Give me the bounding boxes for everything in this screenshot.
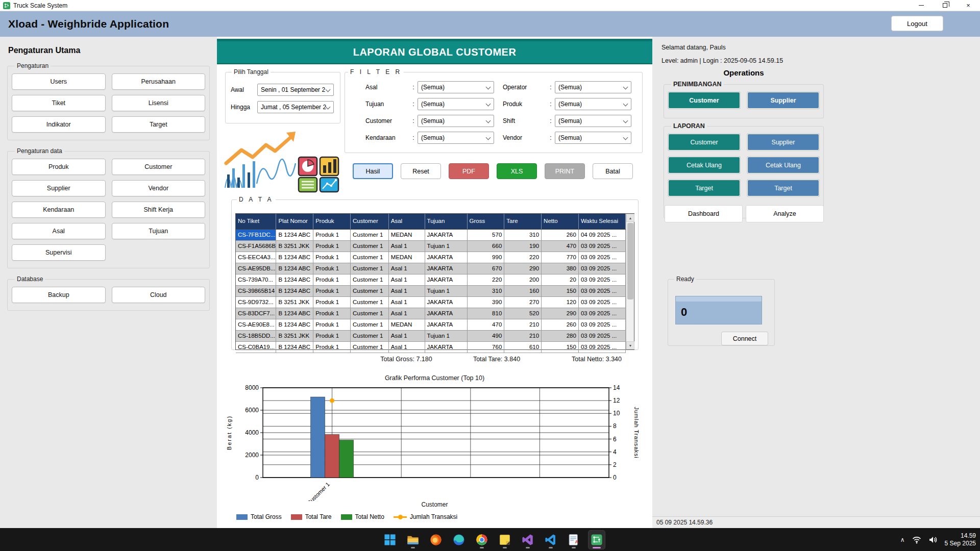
table-cell[interactable]: Customer 1 [350,319,388,330]
table-cell[interactable]: Produk 1 [313,330,351,341]
table-cell[interactable]: 03 09 2025 ... [578,252,625,263]
logout-button[interactable]: Logout [891,16,943,31]
column-header-tare[interactable]: Tare [504,214,542,229]
sidebar-item-kendaraan[interactable]: Kendaraan [12,202,106,218]
table-cell[interactable]: CS-9D9732... [236,296,276,308]
table-row[interactable]: CS-83DCF7...B 1234 ABCProduk 1Customer 1… [236,308,626,319]
edge-icon[interactable] [451,531,467,549]
table-cell[interactable]: 520 [504,308,542,319]
table-cell[interactable]: Asal 1 [388,308,425,319]
table-cell[interactable]: MEDAN [388,319,425,330]
table-cell[interactable]: JAKARTA [425,319,467,330]
filter-select-shift[interactable]: (Semua) [555,115,631,127]
tray-chevron-up-icon[interactable]: ∧ [900,536,905,543]
minimize-button[interactable] [910,0,933,11]
table-cell[interactable]: 270 [504,296,542,308]
table-cell[interactable]: 150 [542,285,579,296]
filter-select-asal[interactable]: (Semua) [418,81,494,93]
volume-icon[interactable] [928,536,938,544]
table-cell[interactable]: 380 [542,263,579,274]
table-cell[interactable]: CS-EEC4A3... [236,252,276,263]
batal-button[interactable]: Batal [593,163,633,179]
table-cell[interactable]: CS-F1A5686B [236,240,276,252]
table-cell[interactable]: 03 09 2025 ... [578,319,625,330]
table-cell[interactable]: 03 09 2025 ... [578,341,625,353]
table-cell[interactable]: MEDAN [388,229,425,240]
table-cell[interactable]: 04 09 2025 ... [578,229,625,240]
column-header-plat-nomor[interactable]: Plat Nomor [276,214,313,229]
table-cell[interactable]: 280 [542,330,579,341]
table-cell[interactable]: Produk 1 [313,319,351,330]
table-cell[interactable]: 570 [467,229,504,240]
table-cell[interactable]: JAKARTA [425,252,467,263]
table-cell[interactable]: 290 [542,308,579,319]
table-cell[interactable]: B 1234 ABC [276,229,313,240]
column-header-produk[interactable]: Produk [313,214,351,229]
table-cell[interactable]: B 3251 JKK [276,240,313,252]
table-cell[interactable]: 490 [467,330,504,341]
sidebar-item-cloud[interactable]: Cloud [112,287,206,303]
close-button[interactable]: × [957,0,980,11]
table-cell[interactable]: B 1234 ABC [276,252,313,263]
customer-teal-button[interactable]: Customer [668,134,740,151]
table-cell[interactable]: Customer 1 [350,330,388,341]
sidebar-item-supervisi[interactable]: Supervisi [12,244,106,261]
chrome-icon[interactable] [474,531,490,549]
table-cell[interactable]: Customer 1 [350,240,388,252]
column-header-netto[interactable]: Netto [542,214,579,229]
table-cell[interactable]: Produk 1 [313,274,351,285]
target-teal-button[interactable]: Target [668,180,740,196]
table-cell[interactable]: 220 [504,252,542,263]
table-cell[interactable]: Produk 1 [313,285,351,296]
table-cell[interactable]: Asal 1 [388,274,425,285]
scrollbar-thumb[interactable] [627,223,633,299]
file-explorer-icon[interactable] [405,531,421,549]
xls-button[interactable]: XLS [497,163,537,179]
sidebar-item-perusahaan[interactable]: Perusahaan [112,73,206,90]
date-picker-awal[interactable]: Senin , 01 September 2 [257,84,334,96]
table-cell[interactable]: B 3251 JKK [276,330,313,341]
cetak-ulang-blue-button[interactable]: Cetak Ulang [747,157,819,173]
table-cell[interactable]: 810 [467,308,504,319]
firefox-icon[interactable] [428,531,444,549]
target-blue-button[interactable]: Target [747,180,819,196]
dashboard-button[interactable]: Dashboard [665,205,743,222]
sidebar-item-tiket[interactable]: Tiket [12,95,106,111]
table-cell[interactable]: CS-18B5DD... [236,330,276,341]
visual-studio-icon[interactable] [520,531,536,549]
table-row[interactable]: CS-AE95DB...B 1234 ABCProduk 1Customer 1… [236,263,626,274]
table-cell[interactable]: Tujuan 1 [425,330,467,341]
sidebar-item-indikator[interactable]: Indikator [12,116,106,133]
table-cell[interactable]: 290 [504,263,542,274]
wifi-icon[interactable] [912,536,921,544]
table-cell[interactable]: B 1234 ABC [276,274,313,285]
table-cell[interactable]: 150 [542,341,579,353]
table-cell[interactable]: 03 09 2025 ... [578,308,625,319]
sidebar-item-tujuan[interactable]: Tujuan [112,223,206,239]
table-cell[interactable]: Asal 1 [388,285,425,296]
table-cell[interactable]: Produk 1 [313,240,351,252]
table-cell[interactable]: Asal 1 [388,341,425,353]
table-cell[interactable]: Customer 1 [350,296,388,308]
table-cell[interactable]: 470 [467,319,504,330]
table-cell[interactable]: 220 [467,274,504,285]
table-scrollbar[interactable]: ▲ ▼ [626,214,634,349]
table-cell[interactable]: Customer 1 [350,274,388,285]
supplier-blue-button[interactable]: Supplier [747,134,819,151]
sidebar-item-asal[interactable]: Asal [12,223,106,239]
table-row[interactable]: CS-EEC4A3...B 1234 ABCProduk 1Customer 1… [236,252,626,263]
date-picker-hingga[interactable]: Jumat , 05 September 2 [257,101,334,113]
table-cell[interactable]: 03 09 2025 ... [578,285,625,296]
table-cell[interactable]: Produk 1 [313,229,351,240]
sticky-notes-icon[interactable] [497,531,513,549]
table-cell[interactable]: CS-739A70... [236,274,276,285]
sidebar-item-lisensi[interactable]: Lisensi [112,95,206,111]
table-cell[interactable]: 990 [467,252,504,263]
table-cell[interactable]: Produk 1 [313,252,351,263]
table-cell[interactable]: Customer 1 [350,229,388,240]
table-cell[interactable]: B 1234 ABC [276,308,313,319]
table-cell[interactable]: B 1234 ABC [276,285,313,296]
scroll-up-icon[interactable]: ▲ [626,214,634,222]
sidebar-item-customer[interactable]: Customer [112,159,206,175]
table-cell[interactable]: 260 [542,229,579,240]
